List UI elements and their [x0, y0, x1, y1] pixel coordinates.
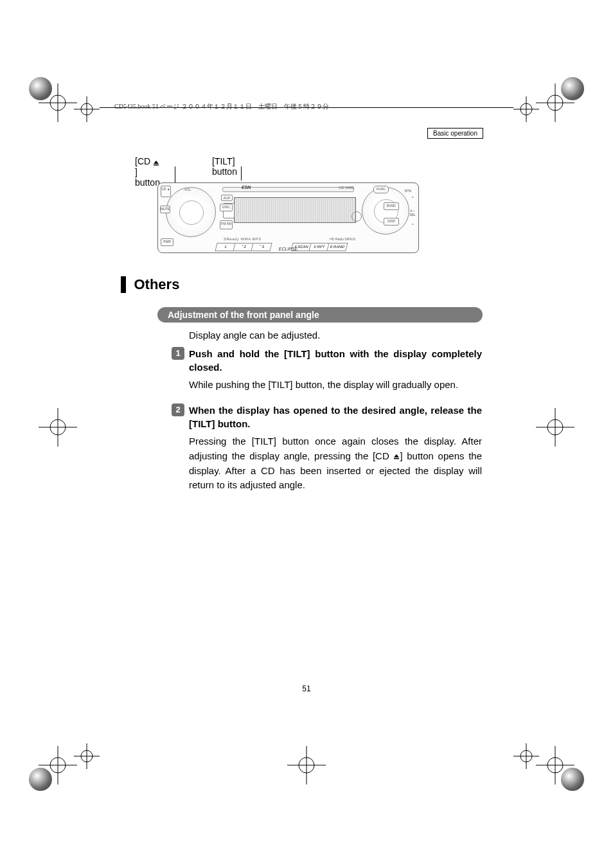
- down-arrow-icon: ˅: [409, 223, 416, 229]
- radio-logos: HD Radio SIRIUS: [330, 237, 355, 241]
- eclipse-logo: ECLIPSE: [279, 247, 298, 251]
- step-1-heading: Push and hold the [TILT] button with the…: [189, 347, 482, 374]
- section-heading-bar: [121, 276, 126, 293]
- cropmark-br: [536, 746, 574, 784]
- eject-icon-inline: [393, 449, 400, 464]
- preset-3: ˄ 3: [251, 243, 272, 251]
- esn-logo: ESN: [242, 185, 251, 190]
- leader-line-tilt: [241, 166, 242, 181]
- inner-cropmark-tr: [513, 96, 539, 125]
- pwr-button: PWR: [161, 238, 173, 246]
- eject-icon: [153, 157, 159, 167]
- inner-cropmark-tl: [74, 96, 100, 125]
- step-2-heading: When the display has opened to the desir…: [189, 403, 482, 430]
- step-1-body: While pushing the [TILT] button, the dis…: [189, 378, 482, 393]
- volume-knob: [166, 187, 216, 237]
- svg-marker-33: [154, 161, 159, 164]
- callout-cd-prefix: [CD: [135, 156, 153, 166]
- svg-rect-34: [154, 164, 159, 166]
- inner-cropmark-br: [513, 743, 539, 772]
- print-bookline: CD5435.book 51 ページ ２００４年１２月１１日 土曜日 午後５時２…: [114, 102, 329, 111]
- intro-text: Display angle can be adjusted.: [189, 330, 320, 341]
- vol-label: VOL: [181, 187, 194, 192]
- svg-rect-36: [394, 458, 399, 459]
- disc-button: DISC: [220, 204, 233, 211]
- step-2: 2 When the display has opened to the des…: [189, 403, 482, 493]
- cropmark-bl: [39, 746, 77, 784]
- inner-cropmark-bl: [74, 743, 100, 772]
- disp-button: DISP: [384, 218, 399, 226]
- cropmark-mr: [536, 408, 574, 447]
- cropmark-tr: [536, 84, 574, 122]
- step-1: 1 Push and hold the [TILT] button with t…: [189, 347, 482, 393]
- cropmark-bottom-center: [287, 746, 326, 784]
- svg-marker-35: [394, 454, 399, 457]
- sel-label: A ↕ SEL: [409, 209, 416, 217]
- fm-am-button: FM AM: [220, 220, 233, 229]
- callout-cd-eject-button: [CD ] button: [135, 156, 160, 188]
- section-heading: Others: [121, 276, 179, 293]
- up-arrow-icon: ˄: [409, 196, 416, 202]
- section-heading-text: Others: [134, 276, 179, 292]
- cd-eject-button: CD ▲: [161, 186, 171, 197]
- step-number-1: 1: [172, 347, 184, 360]
- callout-tilt-button: [TILT] button: [212, 156, 237, 177]
- page-number: 51: [0, 684, 613, 693]
- model-label: CD 5435: [339, 186, 354, 190]
- callout-cd-suffix: ] button: [135, 167, 160, 188]
- rtn-label: RTN: [403, 188, 413, 193]
- format-logos: SReady WMA MP3: [224, 237, 261, 241]
- aux-button: AUX: [221, 195, 233, 201]
- func-button: FUNC: [373, 186, 389, 193]
- band-button: BAND: [384, 202, 399, 210]
- lcd-screen: [234, 197, 356, 223]
- mute-button: MUTE: [160, 206, 170, 213]
- right-arrow-strip: ˄ A ↕ SEL ˅: [409, 196, 416, 235]
- page: CD5435.book 51 ページ ２００４年１２月１１日 土曜日 午後５時２…: [0, 0, 613, 868]
- select-knob: [362, 187, 409, 235]
- step-2-body: Pressing the [TILT] button once again cl…: [189, 434, 482, 493]
- step-number-2: 2: [172, 403, 184, 416]
- leader-line-cd: [175, 166, 175, 183]
- section-breadcrumb-box: Basic operation: [427, 128, 483, 139]
- preset-6: 6 RAND: [326, 243, 348, 251]
- device-faceplate-illustration: ESN CD 5435 CD ▲ VOL MUTE AUX DISC FM AM…: [157, 182, 419, 253]
- cropmark-ml: [39, 408, 77, 447]
- subsection-pill: Adjustment of the front panel angle: [157, 307, 483, 323]
- cropmark-tl: [39, 84, 77, 122]
- disc-in-indicator: [351, 211, 362, 222]
